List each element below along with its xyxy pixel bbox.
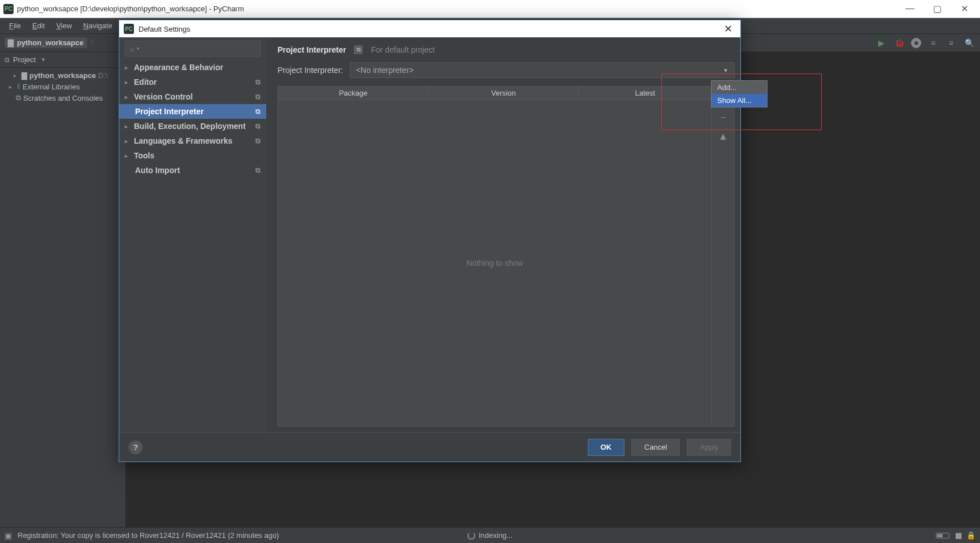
settings-breadcrumb: Project Interpreter ⧉ For default projec… (277, 43, 735, 62)
dialog-titlebar: PC Default Settings ✕ (119, 20, 740, 37)
column-version[interactable]: Version (429, 87, 579, 100)
debug-icon[interactable]: 🐞 (893, 37, 905, 49)
menu-file[interactable]: File (5, 20, 25, 31)
cancel-button[interactable]: Cancel (631, 439, 680, 456)
folder-icon: ▇ (21, 71, 27, 80)
expand-arrow-icon[interactable]: ▸ (9, 84, 15, 90)
search-icon: ⌕ (130, 45, 135, 53)
stop-icon[interactable]: ■ (911, 38, 921, 48)
chevron-down-icon: ▾ (137, 46, 140, 51)
packages-side-toolbar: ＋ － ▲ (712, 87, 734, 426)
settings-cat-editor[interactable]: ▸Editor⧉ (119, 75, 266, 89)
copy-icon: ⧉ (255, 166, 261, 174)
project-scope-icon: ⧉ (354, 45, 363, 54)
settings-cat-lang[interactable]: ▸Languages & Frameworks⧉ (119, 133, 266, 148)
pycharm-icon: PC (3, 4, 14, 14)
settings-sidebar: ⌕▾ ▸Appearance & Behavior ▸Editor⧉ ▸Vers… (119, 37, 266, 432)
window-title: python_worksapce [D:\develop\python\pyth… (17, 5, 244, 13)
scratches-icon: ⧉ (16, 93, 21, 102)
project-tree: ▸ ▇ python_worksapce D:\ ▸ ⫴ External Li… (0, 68, 126, 106)
external-libraries-label: External Libraries (23, 83, 80, 91)
packages-header: Package Version Latest (278, 87, 712, 100)
breadcrumb-root[interactable]: ▇ python_worksapce (5, 37, 87, 48)
project-label[interactable]: Project (13, 55, 36, 64)
status-bar: ▣ Registration: Your copy is licensed to… (0, 527, 980, 543)
copy-icon: ⧉ (255, 122, 261, 130)
settings-search-input[interactable]: ⌕▾ (125, 41, 261, 57)
remove-package-button[interactable]: － (718, 110, 729, 124)
dialog-close-button[interactable]: ✕ (721, 23, 736, 35)
settings-main-panel: Project Interpreter ⧉ For default projec… (266, 37, 740, 432)
lock-icon[interactable]: 🔒 (966, 531, 975, 540)
copy-icon: ⧉ (255, 107, 261, 115)
interpreter-combo[interactable]: <No interpreter> ▼ (350, 62, 735, 78)
settings-scope-label: For default project (371, 45, 435, 54)
settings-cat-tools[interactable]: ▸Tools (119, 148, 266, 163)
breadcrumb-separator: 〉 (90, 38, 98, 48)
settings-cat-build[interactable]: ▸Build, Execution, Deployment⧉ (119, 119, 266, 133)
breadcrumb-root-label: python_worksapce (17, 38, 84, 47)
folder-icon: ▇ (8, 38, 14, 47)
external-libraries-node[interactable]: ▸ ⫴ External Libraries (0, 81, 126, 92)
status-indexing: Indexing... (479, 531, 513, 540)
packages-table: Package Version Latest Nothing to show ＋… (277, 86, 735, 426)
window-titlebar: PC python_worksapce [D:\develop\python\p… (0, 0, 980, 18)
line-icon1[interactable]: ≡ (927, 37, 939, 49)
copy-icon: ⧉ (255, 137, 261, 145)
project-view-icon: ⧉ (5, 56, 10, 64)
copy-icon: ⧉ (255, 78, 261, 86)
settings-cat-interpreter[interactable]: Project Interpreter⧉ (119, 104, 266, 119)
settings-cat-autoimport[interactable]: Auto Import⧉ (119, 163, 266, 178)
upgrade-package-button[interactable]: ▲ (718, 131, 729, 143)
run-icon[interactable]: ▶ (875, 37, 887, 49)
chevron-down-icon[interactable]: ▼ (40, 57, 46, 63)
column-package[interactable]: Package (278, 87, 429, 100)
help-button[interactable]: ? (128, 440, 143, 455)
settings-cat-vcs[interactable]: ▸Version Control⧉ (119, 89, 266, 104)
line-icon2[interactable]: ≡ (945, 37, 957, 49)
libraries-icon: ⫴ (17, 82, 20, 91)
column-latest[interactable]: Latest (579, 87, 712, 100)
pycharm-icon: PC (124, 24, 134, 34)
settings-page-title: Project Interpreter (277, 45, 346, 54)
pause-icon[interactable]: ▮▮ (955, 531, 961, 540)
maximize-button[interactable]: ▢ (930, 3, 944, 14)
project-root-path: D:\ (98, 71, 108, 80)
progress-bar (936, 533, 949, 538)
scratches-node[interactable]: ⧉ Scratches and Consoles (0, 92, 126, 104)
menu-edit[interactable]: Edit (28, 20, 49, 31)
chevron-down-icon: ▼ (723, 67, 729, 74)
packages-empty-label: Nothing to show (278, 100, 712, 426)
menu-navigate[interactable]: Navigate (79, 20, 116, 31)
ok-button[interactable]: OK (588, 439, 625, 456)
tool-window-toggle-icon[interactable]: ▣ (5, 531, 12, 540)
interpreter-actions-popup: Add... Show All... (711, 80, 767, 107)
status-registration: Registration: Your copy is licensed to R… (18, 531, 279, 540)
apply-button[interactable]: Apply (687, 439, 731, 456)
settings-cat-appearance[interactable]: ▸Appearance & Behavior (119, 60, 266, 75)
default-settings-dialog: PC Default Settings ✕ ⌕▾ ▸Appearance & B… (119, 20, 741, 462)
interpreter-field-label: Project Interpreter: (277, 66, 343, 75)
expand-arrow-icon[interactable]: ▸ (14, 72, 19, 79)
project-tool-window (0, 34, 126, 527)
scratches-label: Scratches and Consoles (23, 94, 103, 102)
menu-view[interactable]: View (51, 20, 76, 31)
minimize-button[interactable]: — (903, 3, 917, 14)
dialog-footer: ? OK Cancel Apply (119, 432, 740, 462)
search-everywhere-icon[interactable]: 🔍 (963, 37, 975, 49)
project-root-label: python_worksapce (29, 71, 96, 80)
interpreter-combo-value: <No interpreter> (356, 66, 414, 75)
copy-icon: ⧉ (255, 93, 261, 101)
close-window-button[interactable]: ✕ (957, 3, 971, 14)
project-tool-header: ⧉ Project ▼ (0, 52, 126, 68)
project-root-node[interactable]: ▸ ▇ python_worksapce D:\ (0, 70, 126, 81)
progress-spinner-icon (467, 532, 475, 540)
popup-show-all[interactable]: Show All... (712, 94, 767, 107)
dialog-title: Default Settings (138, 25, 190, 33)
popup-add[interactable]: Add... (712, 81, 767, 94)
